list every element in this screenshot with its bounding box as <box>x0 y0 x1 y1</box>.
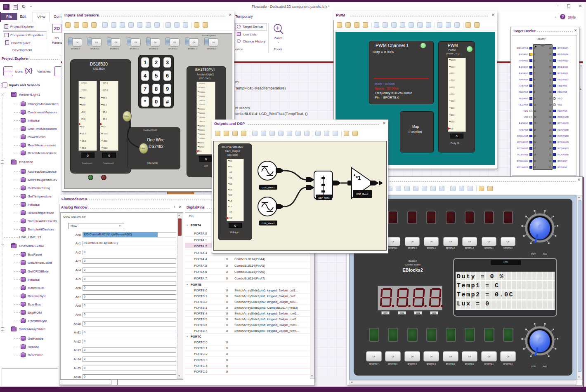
svg-text:DSP_MIX1: DSP_MIX1 <box>318 197 329 199</box>
svg-text:DSP_Wave1: DSP_Wave1 <box>262 186 274 189</box>
svg-text:DSP_Wave2: DSP_Wave2 <box>262 222 274 225</box>
svg-text:DSP_Gain1: DSP_Gain1 <box>356 193 368 195</box>
svg-text:*1: *1 <box>356 175 361 181</box>
